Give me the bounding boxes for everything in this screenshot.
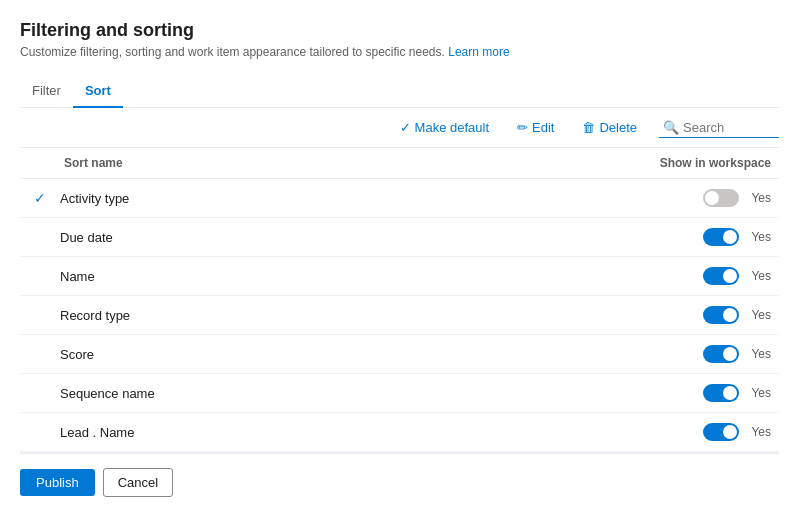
toggle-label: Yes	[751, 308, 771, 322]
show-toggle[interactable]	[703, 345, 739, 363]
checkmark-icon: ✓	[400, 120, 411, 135]
row-name: Activity type	[60, 191, 579, 206]
toolbar: ✓ Make default ✏ Edit 🗑 Delete 🔍	[20, 108, 779, 148]
toggle-label: Yes	[751, 191, 771, 205]
show-toggle[interactable]	[703, 423, 739, 441]
row-name: Sequence name	[60, 386, 579, 401]
toggle-label: Yes	[751, 230, 771, 244]
row-actions: Yes	[579, 189, 779, 207]
cancel-button[interactable]: Cancel	[103, 468, 173, 497]
row-name: Due date	[60, 230, 579, 245]
table-row: Record type Yes	[20, 296, 779, 335]
tab-sort[interactable]: Sort	[73, 75, 123, 108]
toggle-label: Yes	[751, 425, 771, 439]
row-name: Record type	[60, 308, 579, 323]
row-check: ✓	[20, 190, 60, 206]
search-input[interactable]	[683, 120, 773, 135]
show-toggle[interactable]	[703, 189, 739, 207]
row-actions: Yes	[579, 306, 779, 324]
row-actions: Yes	[579, 267, 779, 285]
page-subtitle: Customize filtering, sorting and work it…	[20, 45, 779, 59]
table-row: Sequence name Yes	[20, 374, 779, 413]
row-actions: Yes	[579, 345, 779, 363]
table-row: Score Yes	[20, 335, 779, 374]
col-sort-name: Sort name	[60, 156, 579, 170]
search-icon: 🔍	[663, 120, 679, 135]
show-toggle[interactable]	[703, 267, 739, 285]
publish-button[interactable]: Publish	[20, 469, 95, 496]
row-actions: Yes	[579, 423, 779, 441]
page-title: Filtering and sorting	[20, 20, 779, 41]
show-toggle[interactable]	[703, 306, 739, 324]
show-toggle[interactable]	[703, 228, 739, 246]
toggle-label: Yes	[751, 386, 771, 400]
edit-button[interactable]: ✏ Edit	[511, 116, 560, 139]
row-actions: Yes	[579, 384, 779, 402]
row-name: Name	[60, 269, 579, 284]
delete-button[interactable]: 🗑 Delete	[576, 116, 643, 139]
table-row: ✓ Activity type Yes	[20, 179, 779, 218]
show-toggle[interactable]	[703, 384, 739, 402]
search-area: 🔍	[659, 118, 779, 138]
tab-filter[interactable]: Filter	[20, 75, 73, 108]
learn-more-link[interactable]: Learn more	[448, 45, 509, 59]
delete-icon: 🗑	[582, 120, 595, 135]
row-actions: Yes	[579, 228, 779, 246]
col-workspace: Show in workspace	[579, 156, 779, 170]
table-header: Sort name Show in workspace	[20, 148, 779, 179]
toggle-label: Yes	[751, 269, 771, 283]
tabs-container: Filter Sort	[20, 75, 779, 108]
row-name: Lead . Name	[60, 425, 579, 440]
table-row: Name Yes	[20, 257, 779, 296]
sort-table: Sort name Show in workspace ✓ Activity t…	[20, 148, 779, 453]
footer: Publish Cancel	[20, 453, 779, 511]
toggle-label: Yes	[751, 347, 771, 361]
edit-icon: ✏	[517, 120, 528, 135]
row-name: Score	[60, 347, 579, 362]
make-default-button[interactable]: ✓ Make default	[394, 116, 495, 139]
table-row: Lead . Name Yes	[20, 413, 779, 452]
table-row: Due date Yes	[20, 218, 779, 257]
